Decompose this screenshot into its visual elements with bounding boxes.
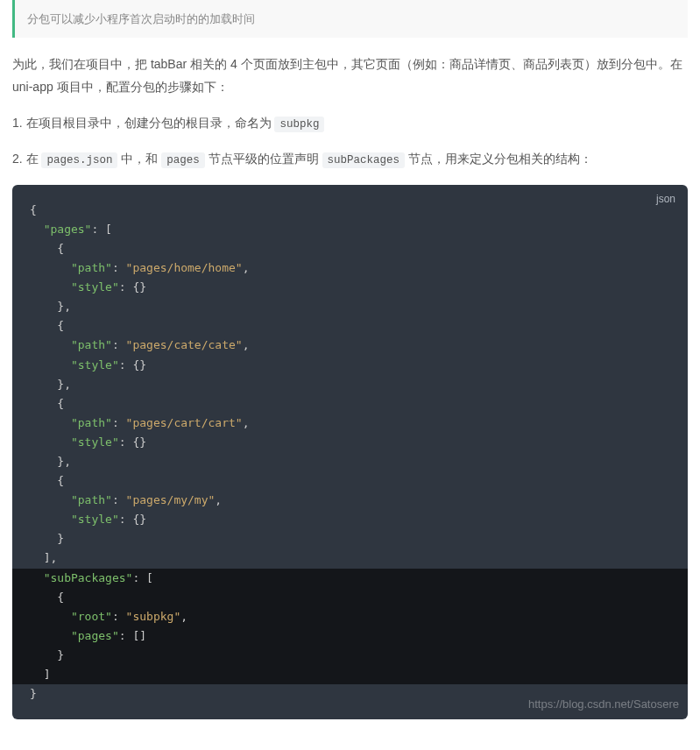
code-key-pages: "pages"	[71, 629, 119, 642]
inline-code-subpkg: subpkg	[274, 117, 324, 132]
inline-code-pagesjson: pages.json	[41, 152, 117, 168]
code-punct: : {}	[119, 513, 146, 526]
code-key-style: "style"	[71, 435, 119, 449]
code-punct: ,	[243, 416, 250, 429]
code-punct: ,	[180, 610, 187, 623]
code-punct: ,	[215, 493, 222, 506]
code-punct: :	[112, 416, 126, 429]
code-punct: : {}	[119, 280, 146, 294]
code-punct: : [	[91, 223, 111, 236]
code-brace: }	[30, 648, 64, 662]
step-2-d: 节点，用来定义分包相关的结构：	[408, 152, 592, 166]
code-key-path: "path"	[71, 261, 112, 274]
tip-box: 分包可以减少小程序首次启动时的的加载时间	[12, 0, 688, 38]
code-key-path: "path"	[71, 338, 112, 351]
code-brace: },	[30, 378, 71, 391]
code-key-style: "style"	[71, 358, 119, 371]
code-brace: {	[30, 242, 64, 255]
step-2: 2. 在 pages.json 中，和 pages 节点平级的位置声明 subP…	[12, 148, 688, 171]
step-2-c: 节点平级的位置声明	[209, 152, 322, 166]
code-brace: },	[30, 300, 71, 313]
code-key-path: "path"	[71, 493, 112, 506]
watermark-text: https://blog.csdn.net/Satosere	[528, 695, 679, 714]
inline-code-pages: pages	[161, 152, 205, 168]
code-brace: {	[30, 397, 64, 410]
code-brace: }	[30, 687, 37, 700]
highlighted-code-region: "subPackages": [ { "root": "subpkg", "pa…	[12, 569, 688, 685]
code-key-style: "style"	[71, 513, 119, 526]
code-punct: : {}	[119, 358, 146, 371]
code-key-root: "root"	[71, 610, 112, 623]
code-str: "pages/my/my"	[126, 493, 216, 506]
tip-text: 分包可以减少小程序首次启动时的的加载时间	[27, 12, 255, 25]
code-bracket: ]	[30, 668, 50, 681]
content-body: 为此，我们在项目中，把 tabBar 相关的 4 个页面放到主包中，其它页面（例…	[0, 53, 700, 170]
code-block: json { "pages": [ { "path": "pages/home/…	[12, 185, 688, 719]
code-key-style: "style"	[71, 280, 119, 294]
step-2-a: 2. 在	[12, 152, 41, 166]
code-str: "pages/home/home"	[126, 261, 243, 274]
code-str: "subpkg"	[126, 610, 181, 623]
step-2-b: 中，和	[121, 152, 161, 166]
code-punct: ,	[243, 261, 250, 274]
code-key-path: "path"	[71, 416, 112, 429]
code-brace: {	[30, 591, 64, 604]
code-str: "pages/cart/cart"	[126, 416, 243, 429]
code-str: "pages/cate/cate"	[126, 338, 243, 351]
code-brace: {	[30, 474, 64, 487]
code-language-label: json	[656, 190, 675, 208]
code-bracket: ],	[30, 551, 57, 564]
code-brace: {	[30, 203, 37, 216]
code-key-pages: "pages"	[44, 223, 92, 236]
code-punct: :	[112, 338, 126, 351]
intro-paragraph: 为此，我们在项目中，把 tabBar 相关的 4 个页面放到主包中，其它页面（例…	[12, 53, 688, 97]
step-1: 1. 在项目根目录中，创建分包的根目录，命名为 subpkg	[12, 112, 688, 135]
step-1-text: 1. 在项目根目录中，创建分包的根目录，命名为	[12, 116, 274, 130]
code-punct: ,	[243, 338, 250, 351]
code-brace: },	[30, 455, 71, 468]
inline-code-subpackages: subPackages	[322, 152, 406, 168]
code-brace: }	[30, 532, 64, 545]
code-brace: {	[30, 319, 64, 332]
code-content: { "pages": [ { "path": "pages/home/home"…	[30, 201, 670, 704]
code-key-subpackages: "subPackages"	[44, 571, 133, 584]
code-punct: : []	[119, 629, 146, 642]
code-punct: : {}	[119, 435, 146, 449]
code-punct: : [	[132, 571, 152, 584]
code-punct: :	[112, 261, 126, 274]
code-punct: :	[112, 610, 126, 623]
code-punct: :	[112, 493, 126, 506]
